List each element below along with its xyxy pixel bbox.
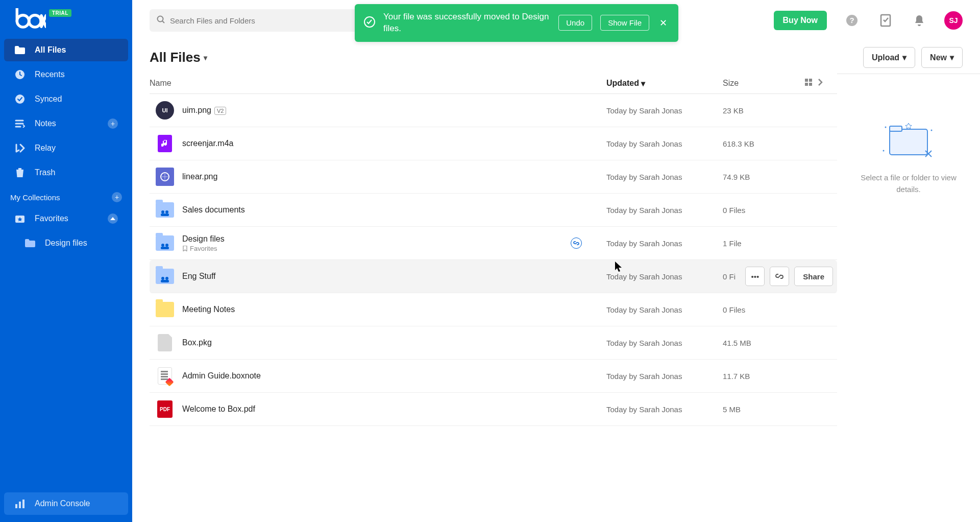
column-updated[interactable]: Updated▾ (606, 79, 723, 88)
svg-point-29 (885, 127, 887, 128)
file-size: 618.3 KB (723, 139, 804, 148)
upload-label: Upload (872, 53, 899, 62)
admin-console-label: Admin Console (35, 499, 118, 508)
box-logo-icon[interactable] (9, 8, 46, 29)
svg-rect-13 (805, 79, 808, 82)
file-name-cell: linear.png (182, 172, 606, 181)
version-badge[interactable]: V2 (214, 107, 226, 115)
folder-icon (156, 300, 174, 319)
file-name-cell: Welcome to Box.pdf (182, 405, 606, 414)
clock-icon (14, 69, 26, 80)
admin-console-button[interactable]: Admin Console (4, 492, 128, 515)
show-file-button[interactable]: Show File (600, 15, 649, 31)
file-row[interactable]: Admin Guide.boxnoteToday by Sarah Jonas1… (150, 360, 837, 393)
caret-down-icon: ▾ (902, 53, 906, 62)
svg-point-3 (15, 94, 24, 104)
file-name[interactable]: linear.png (182, 172, 217, 181)
details-placeholder: Select a file or folder to view details. (849, 172, 968, 195)
file-updated: Today by Sarah Jonas (606, 173, 723, 181)
sidebar-item-recents[interactable]: Recents (4, 63, 128, 86)
file-row[interactable]: Eng StuffToday by Sarah Jonas0 Fi•••Shar… (150, 260, 837, 293)
file-row[interactable]: Design filesFavoritesToday by Sarah Jona… (150, 227, 837, 260)
expand-pane-icon[interactable] (818, 78, 823, 88)
file-listing: Name Updated▾ Size UIuim.pngV2Today by S… (150, 74, 837, 522)
file-row[interactable]: Meeting NotesToday by Sarah Jonas0 Files (150, 293, 837, 326)
svg-point-30 (931, 130, 933, 131)
page-header: All Files ▾ Upload▾ New▾ (132, 38, 980, 74)
file-size: 0 Files (723, 305, 804, 314)
new-label: New (930, 53, 947, 62)
add-note-icon[interactable]: + (108, 118, 118, 129)
svg-rect-6 (19, 502, 21, 508)
sidebar-item-design-files[interactable]: Design files (4, 232, 128, 254)
file-size: 23 KB (723, 106, 804, 115)
file-name-cell: Sales documents (182, 205, 606, 215)
svg-point-24 (161, 277, 164, 280)
shared-link-icon[interactable] (571, 238, 582, 249)
file-row[interactable]: Box.pkgToday by Sarah Jonas41.5 MB (150, 326, 837, 360)
collapse-icon[interactable] (108, 213, 118, 224)
file-row[interactable]: screenjar.m4aToday by Sarah Jonas618.3 K… (150, 127, 837, 160)
svg-point-31 (883, 150, 885, 152)
file-updated: Today by Sarah Jonas (606, 372, 723, 381)
column-header-row: Name Updated▾ Size (150, 74, 837, 94)
file-name[interactable]: uim.png (182, 106, 211, 114)
sidebar-item-label: Favorites (35, 214, 99, 223)
copy-link-button[interactable] (770, 267, 789, 286)
user-avatar[interactable]: SJ (944, 11, 963, 30)
file-name[interactable]: Welcome to Box.pdf (182, 405, 255, 413)
file-name[interactable]: Design files (182, 234, 225, 243)
my-collections-header[interactable]: My Collections + (0, 185, 132, 206)
share-button[interactable]: Share (794, 267, 833, 286)
grid-view-icon[interactable] (804, 78, 813, 88)
sidebar-item-label: Design files (45, 239, 118, 248)
tasks-icon[interactable] (877, 12, 894, 29)
upload-button[interactable]: Upload▾ (863, 47, 915, 68)
svg-point-21 (161, 244, 164, 247)
more-actions-button[interactable]: ••• (745, 267, 765, 286)
file-row[interactable]: linear.pngToday by Sarah Jonas74.9 KB (150, 160, 837, 194)
sidebar-item-all-files[interactable]: All Files (4, 39, 128, 61)
sidebar-item-relay[interactable]: Relay (4, 137, 128, 159)
close-toast-button[interactable]: ✕ (657, 15, 669, 31)
sidebar-item-favorites[interactable]: Favorites (4, 207, 128, 230)
sidebar-item-trash[interactable]: Trash (4, 161, 128, 184)
sidebar-item-notes[interactable]: Notes + (4, 112, 128, 135)
svg-rect-7 (22, 500, 24, 508)
buy-now-button[interactable]: Buy Now (774, 11, 827, 30)
file-size: 74.9 KB (723, 173, 804, 181)
svg-point-25 (165, 277, 168, 280)
app-thumbnail-icon (156, 168, 174, 186)
file-name[interactable]: Admin Guide.boxnote (182, 371, 261, 380)
file-sublabel: Favorites (182, 245, 606, 252)
help-icon[interactable]: ? (843, 12, 861, 29)
file-name[interactable]: Meeting Notes (182, 305, 235, 314)
sidebar-item-label: Synced (35, 94, 118, 104)
file-name[interactable]: Box.pkg (182, 338, 212, 347)
undo-button[interactable]: Undo (558, 15, 592, 31)
check-circle-icon (14, 93, 26, 105)
caret-down-icon: ▾ (950, 53, 954, 62)
column-name[interactable]: Name (150, 79, 606, 88)
column-size[interactable]: Size (723, 79, 804, 88)
file-name[interactable]: Sales documents (182, 205, 245, 214)
bar-chart-icon (14, 498, 26, 509)
add-collection-icon[interactable]: + (112, 192, 122, 202)
sort-desc-icon: ▾ (641, 79, 645, 88)
file-row[interactable]: PDFWelcome to Box.pdfToday by Sarah Jona… (150, 393, 837, 426)
svg-point-18 (161, 210, 164, 213)
bell-icon[interactable] (911, 12, 928, 29)
new-button[interactable]: New▾ (921, 47, 963, 68)
file-name[interactable]: screenjar.m4a (182, 139, 234, 148)
notes-icon (14, 118, 26, 129)
file-name-cell: screenjar.m4a (182, 139, 606, 148)
file-row[interactable]: UIuim.pngV2Today by Sarah Jonas23 KB (150, 94, 837, 127)
folder-placeholder-icon (880, 120, 937, 163)
main-area: Your file was successfully moved to Desi… (132, 0, 980, 522)
sidebar-item-label: All Files (35, 45, 118, 55)
file-name[interactable]: Eng Stuff (182, 272, 216, 280)
file-updated: Today by Sarah Jonas (606, 272, 723, 281)
file-row[interactable]: Sales documentsToday by Sarah Jonas0 Fil… (150, 194, 837, 227)
sidebar-item-synced[interactable]: Synced (4, 88, 128, 110)
page-title-dropdown[interactable]: All Files ▾ (150, 50, 207, 65)
